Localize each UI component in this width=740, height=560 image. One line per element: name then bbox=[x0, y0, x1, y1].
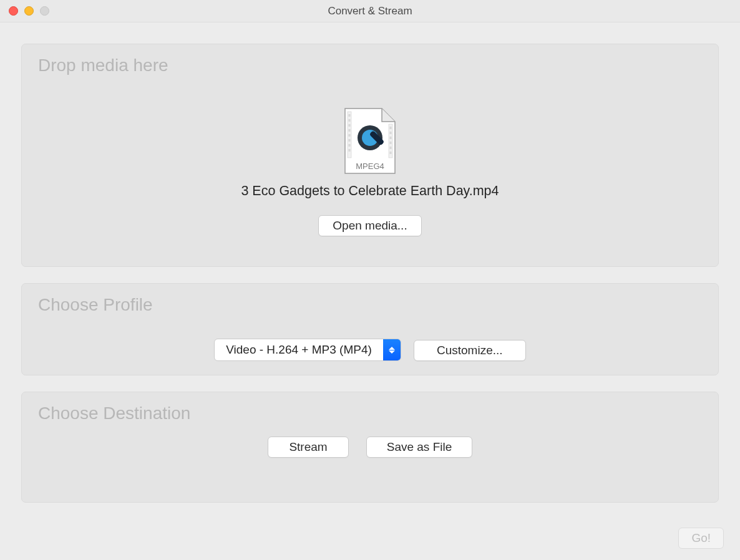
customize-button[interactable]: Customize... bbox=[414, 340, 526, 361]
chevron-up-down-icon bbox=[383, 339, 401, 360]
svg-rect-9 bbox=[349, 149, 351, 152]
minimize-icon[interactable] bbox=[24, 6, 34, 16]
svg-rect-15 bbox=[390, 152, 392, 154]
choose-destination-panel: Choose Destination Stream Save as File bbox=[21, 392, 719, 503]
drop-area: MPEG4 3 Eco Gadgets to Celebrate Earth D… bbox=[22, 44, 718, 266]
drop-heading: Drop media here bbox=[38, 56, 168, 75]
titlebar: Convert & Stream bbox=[0, 0, 740, 22]
svg-rect-4 bbox=[349, 124, 351, 127]
go-button: Go! bbox=[678, 528, 724, 549]
file-type-label: MPEG4 bbox=[356, 162, 384, 171]
svg-rect-12 bbox=[390, 137, 392, 139]
choose-profile-panel: Choose Profile Video - H.264 + MP3 (MP4)… bbox=[21, 283, 719, 375]
window-title: Convert & Stream bbox=[0, 5, 740, 17]
destination-heading: Choose Destination bbox=[38, 403, 190, 423]
svg-rect-14 bbox=[390, 147, 392, 149]
profile-selected-value: Video - H.264 + MP3 (MP4) bbox=[215, 343, 383, 357]
svg-rect-3 bbox=[349, 119, 351, 122]
footer: Go! bbox=[678, 528, 724, 549]
profile-heading: Choose Profile bbox=[38, 295, 153, 315]
svg-rect-7 bbox=[349, 139, 351, 142]
svg-rect-5 bbox=[349, 129, 351, 132]
zoom-icon bbox=[40, 6, 49, 16]
svg-rect-11 bbox=[390, 132, 392, 134]
source-filename: 3 Eco Gadgets to Celebrate Earth Day.mp4 bbox=[241, 183, 499, 199]
content: Drop media here bbox=[0, 22, 740, 503]
open-media-button[interactable]: Open media... bbox=[318, 215, 421, 236]
file-icon: MPEG4 bbox=[343, 107, 397, 178]
profile-select[interactable]: Video - H.264 + MP3 (MP4) bbox=[214, 339, 401, 361]
svg-rect-8 bbox=[349, 144, 351, 147]
save-as-file-button[interactable]: Save as File bbox=[366, 437, 472, 458]
svg-rect-2 bbox=[349, 114, 351, 117]
drop-media-panel[interactable]: Drop media here bbox=[21, 44, 719, 267]
svg-rect-10 bbox=[390, 127, 392, 129]
svg-rect-6 bbox=[349, 134, 351, 137]
window-controls bbox=[9, 6, 49, 16]
close-icon[interactable] bbox=[9, 6, 18, 16]
stream-button[interactable]: Stream bbox=[268, 437, 349, 458]
svg-rect-13 bbox=[390, 142, 392, 144]
